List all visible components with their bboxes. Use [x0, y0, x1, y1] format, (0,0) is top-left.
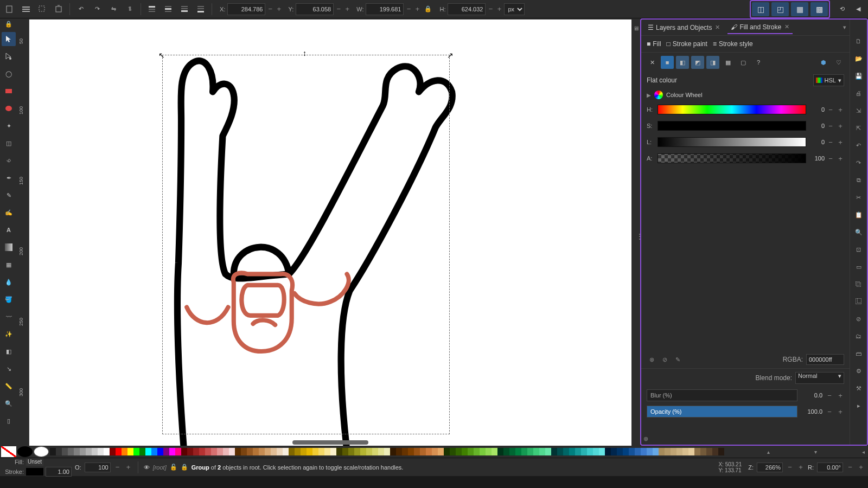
- unit-select[interactable]: px: [504, 3, 525, 15]
- palette-swatch[interactable]: [676, 448, 682, 455]
- palette-swatch[interactable]: [456, 448, 462, 455]
- connector-tool-icon[interactable]: ↘: [2, 362, 16, 376]
- prefs-icon[interactable]: ⚒: [852, 382, 865, 395]
- move-patterns-icon[interactable]: ▩: [810, 2, 828, 16]
- palette-swatch[interactable]: [545, 448, 551, 455]
- layer-lock-icon[interactable]: 🔓: [170, 464, 177, 471]
- palette-swatch[interactable]: [307, 448, 312, 455]
- group-icon[interactable]: 🗂: [852, 330, 865, 343]
- save-icon[interactable]: 💾: [852, 69, 865, 82]
- palette-swatch[interactable]: [62, 448, 68, 455]
- palette-swatch[interactable]: [372, 448, 378, 455]
- h-minus[interactable]: −: [827, 104, 834, 115]
- palette-swatch[interactable]: [557, 448, 563, 455]
- palette-swatch[interactable]: [486, 448, 492, 455]
- palette-swatch[interactable]: [366, 448, 372, 455]
- palette-swatch[interactable]: [665, 448, 671, 455]
- export-icon[interactable]: ⇱: [852, 121, 865, 134]
- print-icon[interactable]: 🖨: [852, 87, 865, 100]
- handle-ne[interactable]: ↗: [447, 51, 454, 57]
- ungroup-icon[interactable]: 🗃: [852, 347, 865, 360]
- palette-swatch[interactable]: [360, 448, 366, 455]
- managed-color-icon[interactable]: ⊗: [647, 355, 656, 364]
- subtab-stroke-style[interactable]: ≡Stroke style: [713, 40, 753, 48]
- palette-swatch[interactable]: [253, 448, 259, 455]
- mesh-tool-icon[interactable]: ▦: [2, 258, 16, 272]
- current-layer[interactable]: [root]: [153, 464, 167, 471]
- out-of-gamut-icon[interactable]: ⊘: [660, 355, 669, 364]
- palette-swatch[interactable]: [575, 448, 581, 455]
- h-plus[interactable]: +: [495, 3, 503, 15]
- palette-swatch[interactable]: [265, 448, 271, 455]
- palette-swatch[interactable]: [211, 448, 217, 455]
- palette-swatch[interactable]: [181, 448, 187, 455]
- opacity-input[interactable]: [85, 463, 111, 472]
- h-minus[interactable]: −: [487, 3, 494, 15]
- palette-swatch[interactable]: [420, 448, 426, 455]
- l-minus[interactable]: −: [827, 136, 834, 148]
- a-minus[interactable]: −: [827, 152, 834, 164]
- palette-swatch[interactable]: [611, 448, 617, 455]
- h-value[interactable]: 0: [808, 106, 825, 113]
- duplicate-icon[interactable]: ⿻: [852, 278, 865, 291]
- palette-swatch[interactable]: [623, 448, 629, 455]
- dropper-tool-icon[interactable]: 💧: [2, 275, 16, 289]
- layer-visibility-icon[interactable]: 👁: [144, 464, 150, 471]
- horizontal-scrollbar[interactable]: [292, 440, 368, 445]
- hole-fill-icon[interactable]: ⬢: [817, 56, 830, 69]
- palette-swatch[interactable]: [295, 448, 301, 455]
- tab-fill-stroke[interactable]: 🖌 Fill and Stroke ✕: [727, 21, 793, 34]
- shape-builder-icon[interactable]: ◯: [2, 67, 16, 81]
- o-minus[interactable]: −: [114, 461, 122, 473]
- blur-plus[interactable]: +: [837, 389, 844, 401]
- alt-fill-icon[interactable]: ♡: [832, 56, 845, 69]
- calligraphy-tool-icon[interactable]: ✍: [2, 206, 16, 220]
- paste-icon[interactable]: 📋: [852, 208, 865, 221]
- palette-swatch[interactable]: [247, 448, 253, 455]
- linear-gradient-icon[interactable]: ◧: [676, 56, 689, 69]
- h-plus[interactable]: +: [837, 104, 844, 115]
- w-minus[interactable]: −: [405, 3, 412, 15]
- palette-swatch[interactable]: [718, 448, 724, 455]
- palette-swatch[interactable]: [694, 448, 700, 455]
- move-gradients-icon[interactable]: ▦: [791, 2, 808, 16]
- palette-swatch[interactable]: [163, 448, 169, 455]
- blur-slider[interactable]: Blur (%): [647, 389, 797, 401]
- palette-swatch[interactable]: [390, 448, 396, 455]
- palette-swatch[interactable]: [688, 448, 694, 455]
- s-value[interactable]: 0: [808, 123, 825, 129]
- s-minus[interactable]: −: [827, 120, 834, 132]
- color-picker-tool-icon[interactable]: ✎: [673, 355, 682, 364]
- palette-swatch[interactable]: [527, 448, 533, 455]
- bezier-tool-icon[interactable]: ✒: [2, 171, 16, 185]
- palette-swatch[interactable]: [396, 448, 402, 455]
- palette-swatch[interactable]: [235, 448, 241, 455]
- palette-swatch[interactable]: [581, 448, 587, 455]
- palette-menu-icon[interactable]: ◂: [860, 449, 867, 455]
- redo-icon[interactable]: ↷: [852, 156, 865, 169]
- node-tool-icon[interactable]: [2, 49, 16, 63]
- palette-swatch[interactable]: [68, 448, 74, 455]
- flat-color-icon[interactable]: ■: [661, 56, 674, 69]
- scale-stroke-icon[interactable]: ◫: [752, 2, 769, 16]
- eraser-tool-icon[interactable]: ◧: [2, 344, 16, 358]
- lock-wh-icon[interactable]: 🔒: [423, 3, 433, 15]
- snap-icon[interactable]: ⟲: [834, 2, 850, 17]
- palette-swatch[interactable]: [587, 448, 593, 455]
- r-plus[interactable]: +: [857, 461, 865, 473]
- alpha-slider[interactable]: [658, 153, 806, 163]
- palette-swatch[interactable]: [468, 448, 474, 455]
- s-plus[interactable]: +: [837, 120, 844, 132]
- gradient-tool-icon[interactable]: [2, 240, 16, 254]
- palette-swatch[interactable]: [378, 448, 384, 455]
- palette-swatch[interactable]: [641, 448, 647, 455]
- palette-swatch[interactable]: [700, 448, 706, 455]
- spiral-tool-icon[interactable]: ꩜: [2, 153, 16, 168]
- tab-menu-chevron-icon[interactable]: ▾: [843, 24, 846, 31]
- select-all-layers-icon[interactable]: [18, 2, 34, 17]
- palette-swatch[interactable]: [145, 448, 151, 455]
- palette-none[interactable]: [1, 446, 16, 457]
- palette-swatch[interactable]: [318, 448, 324, 455]
- blur-minus[interactable]: −: [826, 389, 833, 401]
- l-value[interactable]: 0: [808, 139, 825, 145]
